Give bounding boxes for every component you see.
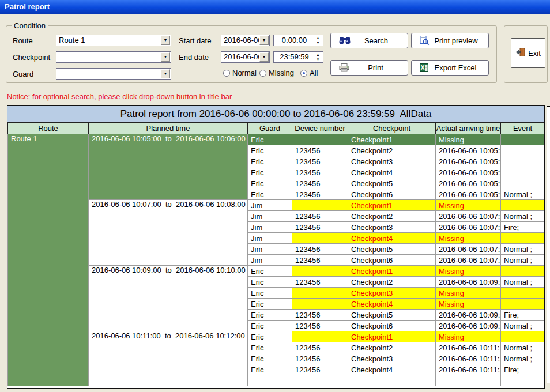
event-cell[interactable] <box>501 299 545 310</box>
checkpoint-cell[interactable]: Checkpoint5 <box>348 244 436 255</box>
event-cell[interactable] <box>501 145 545 156</box>
actual-arriving-time-cell[interactable]: Missing <box>436 233 501 244</box>
actual-arriving-time-cell[interactable]: 2016-06-06 10:11:2 <box>436 364 501 375</box>
guard-cell[interactable]: Eric <box>248 266 292 277</box>
window-titlebar[interactable]: Patrol report <box>0 0 550 14</box>
guard-cell[interactable]: Eric <box>248 167 292 178</box>
actual-arriving-time-cell[interactable]: 2016-06-06 10:11:1 <box>436 342 501 353</box>
clipped-scroll-panel[interactable] <box>547 106 550 383</box>
device-number-cell[interactable]: 123456 <box>292 178 348 189</box>
device-number-cell[interactable]: 123456 <box>292 277 348 288</box>
guard-cell[interactable]: Jim <box>248 200 292 211</box>
end-time-input[interactable]: 23:59:59 ▲▼ <box>273 51 323 63</box>
device-number-cell[interactable]: 123456 <box>292 244 348 255</box>
event-cell[interactable] <box>501 375 545 386</box>
guard-cell[interactable]: Jim <box>248 244 292 255</box>
actual-arriving-time-cell[interactable]: 2016-06-06 10:07:1 <box>436 222 501 233</box>
guard-cell[interactable]: Jim <box>248 222 292 233</box>
device-number-cell[interactable]: 123456 <box>292 189 348 200</box>
start-date-select[interactable]: 2016-06-06 ▼ <box>221 35 270 46</box>
checkpoint-cell[interactable]: Checkpoint1 <box>348 331 436 342</box>
actual-arriving-time-cell[interactable]: 2016-06-06 10:09:1 <box>436 277 501 288</box>
checkpoint-cell[interactable]: Checkpoint3 <box>348 222 436 233</box>
actual-arriving-time-cell[interactable]: 2016-06-06 10:05:2 <box>436 167 501 178</box>
checkpoint-cell[interactable]: Checkpoint2 <box>348 342 436 353</box>
checkpoint-cell[interactable]: Checkpoint4 <box>348 364 436 375</box>
device-number-cell[interactable]: 123456 <box>292 364 348 375</box>
guard-cell[interactable]: Eric <box>248 331 292 342</box>
spin-down-icon[interactable]: ▼ <box>314 57 322 62</box>
event-cell[interactable]: Normal ; <box>501 189 545 200</box>
search-button[interactable]: Search <box>330 33 408 48</box>
actual-arriving-time-cell[interactable]: 2016-06-06 10:07:2 <box>436 255 501 266</box>
event-cell[interactable]: Normal ; <box>501 321 545 331</box>
event-cell[interactable] <box>501 178 545 189</box>
actual-arriving-time-cell[interactable]: 2016-06-06 10:05:1 <box>436 156 501 167</box>
device-number-cell[interactable] <box>292 375 348 386</box>
column-header[interactable]: Actual arriving time <box>436 123 501 134</box>
checkpoint-cell[interactable]: Checkpoint6 <box>348 321 436 331</box>
actual-arriving-time-cell[interactable]: Missing <box>436 200 501 211</box>
checkpoint-cell[interactable]: Checkpoint6 <box>348 189 436 200</box>
actual-arriving-time-cell[interactable]: 2016-06-06 10:05:2 <box>436 178 501 189</box>
route-select[interactable]: Route 1 ▼ <box>56 35 171 46</box>
guard-cell[interactable]: Eric <box>248 364 292 375</box>
event-cell[interactable] <box>501 134 545 145</box>
checkpoint-cell[interactable]: Checkpoint1 <box>348 134 436 145</box>
event-cell[interactable]: Fire; <box>501 222 545 233</box>
chevron-down-icon[interactable]: ▼ <box>161 52 170 62</box>
device-number-cell[interactable]: 123456 <box>292 321 348 331</box>
guard-cell[interactable]: Eric <box>248 342 292 353</box>
guard-cell[interactable]: Eric <box>248 288 292 299</box>
checkpoint-cell[interactable]: Checkpoint2 <box>348 277 436 288</box>
event-cell[interactable] <box>501 233 545 244</box>
actual-arriving-time-cell[interactable] <box>436 375 501 386</box>
guard-cell[interactable]: Eric <box>248 321 292 331</box>
device-number-cell[interactable]: 123456 <box>292 310 348 321</box>
print-button[interactable]: Print <box>330 60 408 76</box>
checkpoint-cell[interactable]: Checkpoint3 <box>348 353 436 364</box>
checkpoint-cell[interactable]: Checkpoint4 <box>348 233 436 244</box>
spin-up-icon[interactable]: ▲ <box>314 52 322 57</box>
event-cell[interactable]: Normal ; <box>501 353 545 364</box>
actual-arriving-time-cell[interactable]: Missing <box>436 288 501 299</box>
guard-cell[interactable]: Eric <box>248 299 292 310</box>
event-cell[interactable]: Normal ; <box>501 211 545 222</box>
device-number-cell[interactable]: 123456 <box>292 211 348 222</box>
radio-all[interactable]: All <box>300 69 318 77</box>
guard-cell[interactable]: Jim <box>248 233 292 244</box>
chevron-down-icon[interactable]: ▼ <box>259 52 269 62</box>
event-cell[interactable] <box>501 266 545 277</box>
actual-arriving-time-cell[interactable]: 2016-06-06 10:09:2 <box>436 310 501 321</box>
event-cell[interactable]: Fire; <box>501 364 545 375</box>
device-number-cell[interactable]: 123456 <box>292 145 348 156</box>
event-cell[interactable] <box>501 200 545 211</box>
checkpoint-cell[interactable]: Checkpoint4 <box>348 167 436 178</box>
print-preview-button[interactable]: Print preview <box>411 33 489 48</box>
actual-arriving-time-cell[interactable]: Missing <box>436 331 501 342</box>
device-number-cell[interactable] <box>292 266 348 277</box>
checkpoint-cell[interactable]: Checkpoint5 <box>348 310 436 321</box>
event-cell[interactable]: Normal ; <box>501 342 545 353</box>
spin-up-icon[interactable]: ▲ <box>314 36 322 40</box>
actual-arriving-time-cell[interactable]: 2016-06-06 10:05:1 <box>436 145 501 156</box>
column-header[interactable]: Device number <box>292 123 348 134</box>
guard-cell[interactable]: Eric <box>248 277 292 288</box>
column-header[interactable]: Guard <box>248 123 292 134</box>
guard-cell[interactable]: Jim <box>248 211 292 222</box>
actual-arriving-time-cell[interactable]: 2016-06-06 10:09:2 <box>436 321 501 331</box>
checkpoint-cell[interactable]: Checkpoint6 <box>348 255 436 266</box>
chevron-down-icon[interactable]: ▼ <box>161 36 170 45</box>
column-header[interactable]: Checkpoint <box>348 123 436 134</box>
device-number-cell[interactable]: 123456 <box>292 222 348 233</box>
export-excel-button[interactable]: X Export Excel <box>411 60 489 76</box>
checkpoint-cell[interactable]: Checkpoint3 <box>348 288 436 299</box>
guard-cell[interactable] <box>248 375 292 386</box>
event-cell[interactable] <box>501 156 545 167</box>
guard-select[interactable]: ▼ <box>56 68 171 80</box>
start-time-input[interactable]: 0:00:00 ▲▼ <box>273 35 323 46</box>
event-cell[interactable]: Normal ; <box>501 277 545 288</box>
event-cell[interactable] <box>501 331 545 342</box>
device-number-cell[interactable]: 123456 <box>292 255 348 266</box>
event-cell[interactable]: Normal ; <box>501 244 545 255</box>
